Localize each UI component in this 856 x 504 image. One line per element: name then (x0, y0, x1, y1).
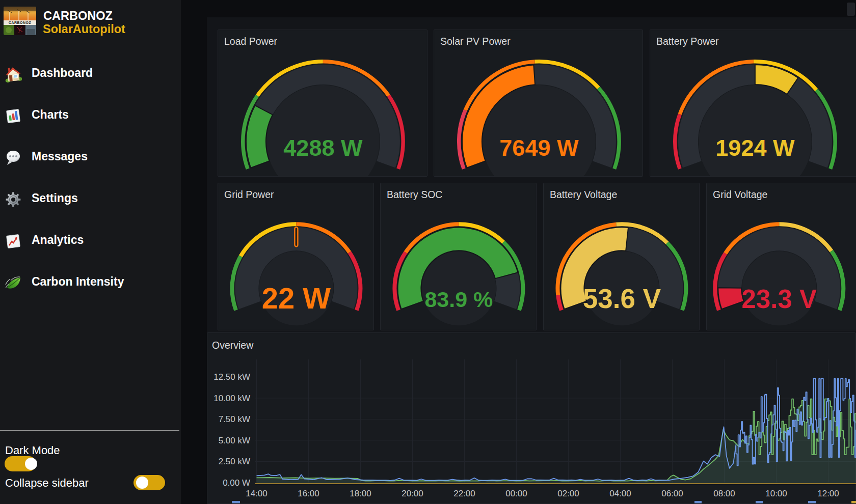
svg-text:22:00: 22:00 (453, 489, 475, 498)
svg-text:5.00 kW: 5.00 kW (219, 436, 250, 445)
svg-text:7.50 kW: 7.50 kW (219, 414, 250, 424)
svg-text:10:00: 10:00 (765, 489, 787, 498)
svg-text:12:00: 12:00 (817, 489, 839, 498)
svg-text:02:00: 02:00 (557, 489, 579, 498)
svg-text:12.50 kW: 12.50 kW (213, 372, 250, 382)
svg-text:18:00: 18:00 (350, 489, 371, 498)
svg-text:04:00: 04:00 (609, 489, 631, 498)
svg-text:08:00: 08:00 (713, 489, 735, 498)
svg-text:00:00: 00:00 (505, 489, 527, 498)
svg-text:16:00: 16:00 (298, 489, 319, 498)
svg-text:CARBONOZ: CARBONOZ (9, 21, 32, 24)
svg-text:0.00 W: 0.00 W (223, 478, 250, 488)
svg-text:2.50 kW: 2.50 kW (219, 457, 250, 466)
svg-text:14:00: 14:00 (246, 489, 268, 498)
svg-text:20:00: 20:00 (402, 489, 423, 498)
svg-text:10.00 kW: 10.00 kW (213, 394, 250, 403)
svg-text:06:00: 06:00 (661, 489, 683, 498)
